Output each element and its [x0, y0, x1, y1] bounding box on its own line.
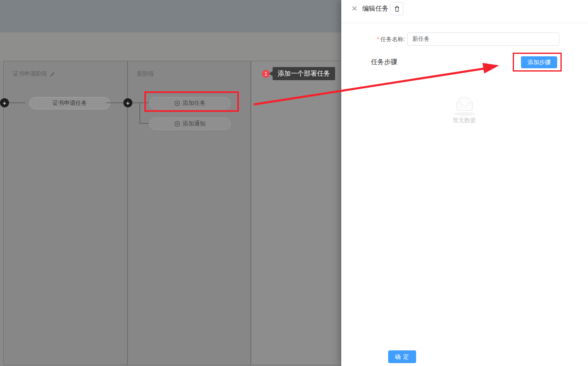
circle-plus-icon	[174, 100, 180, 106]
required-asterisk: *	[377, 36, 379, 42]
add-step-button[interactable]: 添加步骤	[521, 56, 557, 68]
trash-icon	[394, 6, 400, 12]
edit-pencil-icon[interactable]	[50, 72, 55, 77]
task-name-input[interactable]	[407, 32, 559, 46]
task-node-label: 证书申请任务	[53, 100, 87, 107]
divider	[341, 23, 588, 23]
connector-line	[139, 123, 149, 124]
plus-icon: +	[3, 100, 7, 106]
add-task-button[interactable]: 添加任务	[149, 97, 231, 109]
add-stage-button[interactable]: +	[123, 98, 132, 107]
add-task-label: 添加任务	[183, 100, 206, 107]
add-notification-button[interactable]: 添加通知	[149, 118, 231, 130]
stage-column-hidden	[251, 61, 345, 365]
close-icon[interactable]: ✕	[350, 5, 359, 13]
add-stage-button[interactable]: +	[0, 98, 9, 107]
task-name-label: *任务名称:	[341, 36, 405, 43]
stage-title-label: 证书申请阶段	[13, 70, 47, 78]
add-notification-label: 添加通知	[183, 120, 206, 127]
connector-line	[139, 102, 140, 124]
drawer-header: ✕ 编辑任务	[341, 0, 588, 23]
empty-state-text: 暂无数据	[440, 117, 489, 124]
delete-task-button[interactable]	[390, 2, 403, 15]
task-steps-label: 任务步骤	[371, 58, 397, 67]
drawer-title: 编辑任务	[362, 5, 389, 13]
confirm-button[interactable]: 确 定	[388, 350, 416, 363]
empty-box-icon	[452, 94, 477, 116]
stage-column-cert-apply: 证书申请阶段 证书申请任务	[3, 61, 127, 365]
circle-plus-icon	[174, 121, 180, 127]
stage-title: 新阶段	[137, 70, 154, 78]
stage-column-new: 新阶段 添加任务 添加通知	[127, 61, 251, 365]
stage-title: 证书申请阶段	[13, 70, 55, 78]
plus-icon: +	[126, 100, 130, 106]
stage-title-label: 新阶段	[137, 70, 154, 78]
task-node-cert-apply[interactable]: 证书申请任务	[29, 97, 110, 109]
edit-task-drawer: ✕ 编辑任务 *任务名称: 任务步骤 添加步骤 暂无数据 确 定	[341, 0, 588, 366]
